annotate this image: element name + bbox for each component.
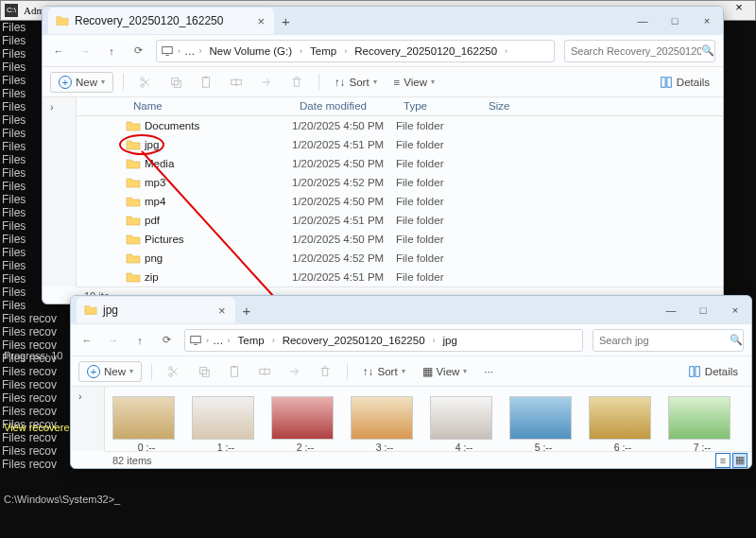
- more-button[interactable]: ···: [478, 362, 499, 381]
- minimize-button[interactable]: —: [655, 297, 687, 323]
- crumb-recovery[interactable]: Recovery_20250120_162250: [351, 45, 501, 57]
- delete-button[interactable]: [284, 72, 309, 93]
- rename-button[interactable]: [252, 361, 277, 382]
- thumbnail-item[interactable]: 0 :--: [112, 396, 180, 451]
- tab-recovery[interactable]: Recovery_20250120_162250 ×: [48, 8, 274, 34]
- thumbnail-item[interactable]: 5 :--: [509, 396, 577, 451]
- maximize-button[interactable]: □: [659, 8, 691, 34]
- share-button[interactable]: [283, 361, 307, 382]
- chevron-icon: ›: [300, 46, 302, 56]
- chevron-icon: ›: [199, 46, 202, 56]
- breadcrumb[interactable]: › … › New Volume (G:) › Temp › Recovery_…: [156, 40, 555, 62]
- back-button[interactable]: ←: [78, 332, 95, 349]
- more-icon: ···: [484, 366, 493, 377]
- divider: [151, 363, 152, 380]
- copy-button[interactable]: [163, 72, 188, 93]
- col-size[interactable]: Size: [483, 100, 540, 112]
- view-button[interactable]: ▦View▾: [417, 361, 473, 382]
- view-list-icon[interactable]: ≡: [715, 453, 730, 468]
- file-row-zip[interactable]: zip1/20/2025 4:51 PMFile folder: [118, 268, 723, 286]
- ellipsis[interactable]: …: [184, 45, 196, 57]
- refresh-button[interactable]: ⟳: [129, 43, 146, 60]
- file-row-mp3[interactable]: mp31/20/2025 4:52 PMFile folder: [118, 173, 723, 192]
- sidebar[interactable]: ›: [43, 97, 77, 286]
- refresh-button[interactable]: ⟳: [158, 332, 175, 349]
- terminal-close-button[interactable]: ×: [725, 1, 753, 20]
- thumbnail-item[interactable]: 3 :--: [351, 396, 419, 451]
- column-headers[interactable]: Name Date modified Type Size: [77, 97, 723, 116]
- new-button[interactable]: +New▾: [78, 361, 142, 382]
- file-row-jpg[interactable]: jpg1/20/2025 4:51 PMFile folder: [118, 135, 723, 154]
- file-name: pdf: [145, 215, 292, 226]
- copy-button[interactable]: [192, 361, 216, 382]
- sort-icon: ↑↓: [363, 366, 374, 377]
- col-type[interactable]: Type: [398, 100, 483, 112]
- close-tab-icon[interactable]: ×: [257, 14, 265, 28]
- close-tab-icon[interactable]: ×: [218, 304, 226, 318]
- forward-button[interactable]: →: [77, 43, 94, 60]
- forward-button[interactable]: →: [105, 332, 122, 349]
- new-tab-button[interactable]: +: [243, 303, 251, 319]
- divider: [347, 363, 348, 380]
- ellipsis[interactable]: …: [213, 335, 224, 346]
- cut-button[interactable]: [162, 361, 186, 382]
- thumbnail-item[interactable]: 1 :--: [192, 396, 260, 451]
- close-button[interactable]: ×: [691, 8, 723, 34]
- up-button[interactable]: ↑: [103, 43, 120, 60]
- details-button[interactable]: Details: [682, 361, 744, 382]
- search-box[interactable]: 🔍: [564, 40, 715, 62]
- crumb-temp[interactable]: Temp: [234, 335, 268, 346]
- thumbnail-item[interactable]: 2 :--: [271, 396, 339, 451]
- chevron-icon: ›: [433, 336, 436, 345]
- back-button[interactable]: ←: [50, 43, 67, 60]
- paste-button[interactable]: [222, 361, 247, 382]
- cut-button[interactable]: [133, 72, 158, 93]
- delete-button[interactable]: [313, 361, 337, 382]
- up-button[interactable]: ↑: [131, 332, 148, 349]
- new-button[interactable]: +New▾: [50, 72, 113, 93]
- col-date[interactable]: Date modified: [294, 100, 398, 112]
- breadcrumb[interactable]: › … › Temp › Recovery_20250120_162250 › …: [184, 329, 583, 352]
- rename-button[interactable]: [224, 72, 249, 93]
- search-box[interactable]: 🔍: [593, 329, 744, 352]
- file-row-media[interactable]: Media1/20/2025 4:50 PMFile folder: [118, 154, 723, 173]
- pin-icon[interactable]: ›: [50, 101, 54, 113]
- view-button[interactable]: ≡View▾: [388, 73, 440, 92]
- thumbnail-item[interactable]: 6 :--: [589, 396, 657, 451]
- file-row-pictures[interactable]: Pictures1/20/2025 4:50 PMFile folder: [118, 230, 723, 249]
- search-input[interactable]: [599, 335, 730, 346]
- sort-button[interactable]: ↑↓Sort▾: [357, 362, 411, 381]
- tab-jpg[interactable]: jpg ×: [77, 297, 235, 323]
- file-date: 1/20/2025 4:50 PM: [292, 158, 396, 169]
- close-button[interactable]: ×: [719, 297, 751, 323]
- crumb-temp[interactable]: Temp: [306, 45, 340, 57]
- explorer-window-jpg: jpg × + — □ × ← → ↑ ⟳ › … › Temp › Recov…: [70, 295, 752, 469]
- new-tab-button[interactable]: +: [282, 13, 290, 29]
- view-grid-icon[interactable]: ▦: [732, 453, 747, 468]
- file-date: 1/20/2025 4:50 PM: [292, 234, 396, 245]
- sort-button[interactable]: ↑↓Sort▾: [329, 73, 383, 92]
- file-row-documents[interactable]: Documents1/20/2025 4:50 PMFile folder: [118, 116, 723, 135]
- tab-label: jpg: [103, 304, 118, 317]
- file-row-mp4[interactable]: mp41/20/2025 4:50 PMFile folder: [118, 192, 723, 211]
- thumbnail-item[interactable]: 4 :--: [430, 396, 498, 451]
- sidebar[interactable]: ›: [71, 387, 105, 451]
- crumb-recovery[interactable]: Recovery_20250120_162250: [279, 335, 429, 346]
- share-button[interactable]: [254, 72, 279, 93]
- details-button[interactable]: Details: [654, 72, 715, 93]
- crumb-jpg[interactable]: jpg: [439, 335, 461, 346]
- col-name[interactable]: Name: [124, 100, 294, 112]
- minimize-button[interactable]: —: [627, 8, 659, 34]
- paste-button[interactable]: [194, 72, 218, 93]
- search-input[interactable]: [571, 45, 701, 57]
- crumb-volume[interactable]: New Volume (G:): [206, 45, 297, 57]
- file-row-png[interactable]: png1/20/2025 4:52 PMFile folder: [118, 249, 723, 268]
- pin-icon[interactable]: ›: [78, 390, 82, 402]
- toolbar: +New▾ ↑↓Sort▾ ≡View▾ Details: [43, 67, 723, 97]
- maximize-button[interactable]: □: [687, 297, 719, 323]
- svg-rect-19: [690, 366, 694, 376]
- thumbnail-item[interactable]: 7 :--: [668, 396, 736, 451]
- file-row-pdf[interactable]: pdf1/20/2025 4:51 PMFile folder: [118, 211, 723, 230]
- terminal-path[interactable]: C:\Windows\System32>_: [4, 493, 126, 506]
- thumbnail-image: [668, 396, 730, 440]
